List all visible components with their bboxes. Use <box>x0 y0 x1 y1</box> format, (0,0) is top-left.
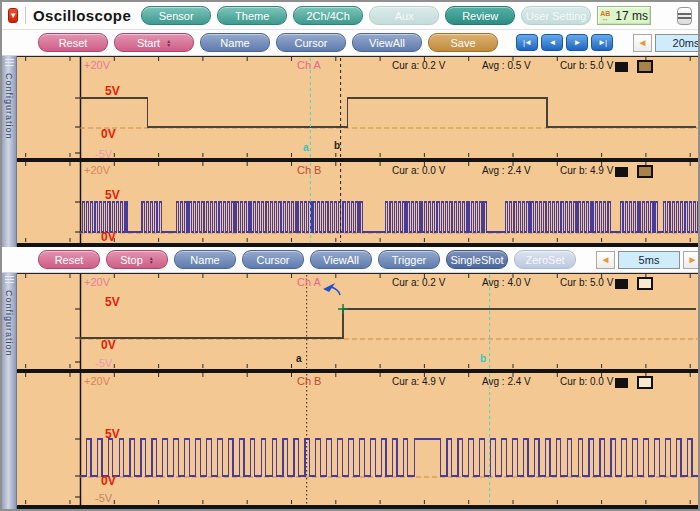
solid-display-icon[interactable] <box>615 62 628 72</box>
neg5v-label: -5V <box>95 357 112 369</box>
solid-display-icon[interactable] <box>615 279 628 289</box>
viewall-button-1[interactable]: ViewAll <box>352 33 422 52</box>
start-button[interactable]: Start ▲▼ <box>114 33 194 52</box>
save-button[interactable]: Save <box>428 33 498 52</box>
name-button-2[interactable]: Name <box>174 250 236 269</box>
solid-display-icon[interactable] <box>615 378 628 388</box>
grip-lines-icon <box>5 62 14 63</box>
cursor-b-readout: Cur b: 5.0 V <box>560 277 613 288</box>
zeroset-button[interactable]: ZeroSet <box>514 250 576 269</box>
nav-next-button[interactable]: ► <box>566 34 588 51</box>
cursor-b-readout: Cur b: 5.0 V <box>560 60 613 71</box>
cursor-a-marker[interactable]: a <box>296 353 302 364</box>
scope1-cha-plot[interactable] <box>17 57 698 158</box>
configuration-label: Configuration <box>4 73 14 140</box>
nav-first-button[interactable]: |◄ <box>516 34 538 51</box>
channel-label: Ch A <box>297 276 321 288</box>
framed-display-icon[interactable] <box>637 165 653 178</box>
viewall-button-2[interactable]: ViewAll <box>310 250 372 269</box>
divider <box>25 7 26 24</box>
0v-label: 0V <box>101 230 116 244</box>
scope1-panel: Configuration +20V Ch A Cur a: 0.2 V Avg… <box>2 56 698 247</box>
cursor-a-readout: Cur a: 0.2 V <box>392 277 445 288</box>
cursor-b-marker[interactable]: b <box>334 140 340 151</box>
channel-label: Ch A <box>297 59 321 71</box>
name-button-1[interactable]: Name <box>200 33 270 52</box>
neg5v-label: -5V <box>95 492 112 504</box>
stop-button[interactable]: Stop ▲▼ <box>106 250 168 269</box>
5v-label: 5V <box>105 84 120 98</box>
scope2-chb-strip: +20V Ch B Cur a: 4.9 V Avg : 2.4 V Cur b… <box>17 373 698 509</box>
neg5v-label: -5V <box>95 148 112 160</box>
waveform-trace <box>80 202 698 232</box>
user-setting-button[interactable]: User Setting <box>521 6 591 25</box>
singleshot-button[interactable]: SingleShot <box>446 250 508 269</box>
waveform-trace <box>80 309 696 338</box>
range-label: +20V <box>84 164 110 176</box>
waveform-trace <box>80 98 696 127</box>
timebase-value-1[interactable]: 20ms <box>655 34 700 52</box>
framed-display-icon[interactable] <box>637 60 653 73</box>
cursor-button-1[interactable]: Cursor <box>276 33 346 52</box>
avg-readout: Avg : 2.4 V <box>482 165 531 176</box>
reset-button-2[interactable]: Reset <box>38 250 100 269</box>
range-label: +20V <box>84 375 110 387</box>
framed-display-icon[interactable] <box>637 376 653 389</box>
0v-label: 0V <box>101 127 116 141</box>
spinner-icon[interactable]: ▲▼ <box>166 39 171 47</box>
scope1-chb-strip: +20V Ch B Cur a: 0.0 V Avg : 2.4 V Cur b… <box>17 162 698 247</box>
cursor-button-2[interactable]: Cursor <box>242 250 304 269</box>
timebase-selector-1: ◄ 20ms ► <box>633 34 700 52</box>
5v-label: 5V <box>105 188 120 202</box>
grip-lines-icon <box>5 276 14 277</box>
ab-interval-value: 17 ms <box>615 9 648 23</box>
theme-button[interactable]: Theme <box>217 6 287 25</box>
timebase-decrease-button-1[interactable]: ◄ <box>633 34 652 52</box>
timebase-decrease-button-2[interactable]: ◄ <box>596 251 615 269</box>
grip-lines-icon <box>5 65 14 66</box>
timebase-increase-button-2[interactable]: ► <box>683 251 700 269</box>
scope2-toolbar: Reset Stop ▲▼ Name Cursor ViewAll Trigge… <box>2 247 698 273</box>
nav-prev-button[interactable]: ◄ <box>541 34 563 51</box>
scope1-toolbar: Reset Start ▲▼ Name Cursor ViewAll Save … <box>2 30 698 56</box>
grip-lines-icon <box>5 282 14 283</box>
trigger-button[interactable]: Trigger <box>378 250 440 269</box>
channel-label: Ch B <box>297 164 321 176</box>
scope2-cha-plot[interactable] <box>17 274 698 369</box>
0v-label: 0V <box>101 338 116 352</box>
sensor-button[interactable]: Sensor <box>141 6 211 25</box>
scope2-panel: Configuration +20V Ch A Cur a: 0.2 V Avg… <box>2 273 698 509</box>
window-menu-button[interactable] <box>677 7 692 25</box>
title-bar: ▼ Oscilloscope Sensor Theme 2Ch/4Ch Aux … <box>2 2 698 30</box>
cursor-a-readout: Cur a: 0.0 V <box>392 165 445 176</box>
configuration-tab-1[interactable]: Configuration <box>2 56 17 247</box>
oscilloscope-window: ▼ Oscilloscope Sensor Theme 2Ch/4Ch Aux … <box>0 0 700 511</box>
nav-last-button[interactable]: ►| <box>591 34 613 51</box>
cursor-a-marker[interactable]: a <box>303 142 309 153</box>
avg-readout: Avg : 0.5 V <box>482 60 531 71</box>
aux-button[interactable]: Aux <box>369 6 439 25</box>
cursor-a-readout: Cur a: 0.2 V <box>392 60 445 71</box>
solid-display-icon[interactable] <box>615 167 628 177</box>
range-label: +20V <box>84 276 110 288</box>
timebase-selector-2: ◄ 5ms ► <box>596 251 700 269</box>
app-menu-icon[interactable]: ▼ <box>8 8 18 23</box>
a-to-b-interval-icon: AB ↔ <box>600 11 610 21</box>
menu-bars-icon <box>678 13 691 15</box>
timebase-value-2[interactable]: 5ms <box>618 251 680 269</box>
grip-lines-icon <box>5 59 14 60</box>
review-button[interactable]: Review <box>445 6 515 25</box>
waveform-trace <box>80 439 698 476</box>
spinner-icon[interactable]: ▲▼ <box>149 256 154 264</box>
avg-readout: Avg : 4.0 V <box>482 277 531 288</box>
channel-mode-button[interactable]: 2Ch/4Ch <box>293 6 363 25</box>
reset-button-1[interactable]: Reset <box>38 33 108 52</box>
cursor-b-marker[interactable]: b <box>480 353 486 364</box>
page-title: Oscilloscope <box>33 7 131 24</box>
configuration-tab-2[interactable]: Configuration <box>2 273 17 509</box>
trigger-level-cross-icon <box>338 304 348 314</box>
grip-lines-icon <box>5 279 14 280</box>
framed-display-icon[interactable] <box>637 277 653 290</box>
playback-nav: |◄ ◄ ► ►| <box>516 34 613 51</box>
cursor-b-readout: Cur b: 4.9 V <box>560 165 613 176</box>
